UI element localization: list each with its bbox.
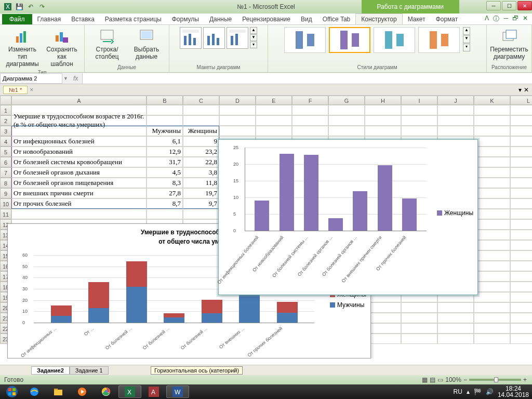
- col-header[interactable]: C: [183, 96, 219, 105]
- chart-bar[interactable]: [88, 308, 109, 323]
- cell[interactable]: [147, 105, 183, 115]
- col-header[interactable]: F: [292, 96, 328, 105]
- cell[interactable]: [510, 115, 532, 126]
- minimize-ribbon-icon[interactable]: ᐱ: [485, 15, 489, 23]
- cell[interactable]: [474, 230, 510, 240]
- tab-view[interactable]: Вид: [296, 14, 317, 24]
- taskbar-explorer[interactable]: [47, 385, 70, 398]
- cell[interactable]: [401, 115, 437, 126]
- cell[interactable]: [437, 323, 474, 334]
- col-header[interactable]: J: [437, 96, 474, 105]
- cell[interactable]: [11, 126, 147, 136]
- cell[interactable]: [147, 209, 183, 219]
- chart-bar[interactable]: [328, 218, 343, 231]
- zoom-slider[interactable]: [469, 379, 521, 381]
- cell[interactable]: [510, 188, 532, 198]
- help-icon[interactable]: ⓘ: [493, 15, 499, 23]
- chart-bar[interactable]: [202, 300, 222, 313]
- cell[interactable]: [401, 302, 437, 313]
- redo-icon[interactable]: ↷: [37, 2, 47, 11]
- cell[interactable]: 9,7: [183, 198, 219, 209]
- zoom-level[interactable]: 100%: [445, 376, 461, 383]
- cell[interactable]: [11, 209, 147, 219]
- tray-arrow-icon[interactable]: ▴: [467, 388, 470, 395]
- cell[interactable]: [474, 313, 510, 323]
- name-box-dropdown-icon[interactable]: ▼: [62, 76, 69, 81]
- cell[interactable]: [474, 271, 510, 282]
- cell[interactable]: [510, 302, 532, 313]
- chart-bar[interactable]: [51, 316, 72, 323]
- col-header[interactable]: G: [328, 96, 365, 105]
- tab-insert[interactable]: Вставка: [66, 14, 100, 24]
- cell[interactable]: [474, 157, 510, 167]
- sheet-tab-1[interactable]: Задание 1: [70, 366, 109, 375]
- cell[interactable]: [437, 115, 474, 126]
- chart-bar[interactable]: [255, 201, 269, 231]
- tab-formulas[interactable]: Формулы: [167, 14, 204, 24]
- chart-bar[interactable]: [239, 291, 260, 323]
- cell[interactable]: [474, 126, 510, 136]
- change-chart-type-button[interactable]: Изменить тип диаграммы: [4, 27, 41, 69]
- col-header[interactable]: K: [474, 96, 510, 105]
- cell[interactable]: [474, 250, 510, 261]
- cell[interactable]: Мужчины: [147, 126, 183, 136]
- cell[interactable]: [256, 115, 292, 126]
- cell[interactable]: 8,3: [147, 178, 183, 188]
- row-header[interactable]: 8: [0, 178, 11, 188]
- doc-dropdown-icon[interactable]: ▾: [518, 86, 522, 94]
- chart-bar[interactable]: [304, 155, 318, 231]
- chart-bar[interactable]: [402, 198, 417, 231]
- cell[interactable]: [510, 209, 532, 219]
- cell[interactable]: [510, 136, 532, 147]
- col-header[interactable]: I: [401, 96, 437, 105]
- tab-layout[interactable]: Макет: [403, 14, 431, 24]
- gallery-more-icon[interactable]: ▾: [250, 42, 257, 48]
- taskbar-word[interactable]: W: [166, 385, 189, 398]
- cell[interactable]: [219, 105, 256, 115]
- col-header[interactable]: B: [147, 96, 183, 105]
- switch-row-column-button[interactable]: Строка/столбец: [89, 27, 125, 61]
- view-break-icon[interactable]: ▭: [437, 376, 443, 383]
- cell[interactable]: [474, 136, 510, 147]
- layout-thumb-2[interactable]: [203, 27, 225, 49]
- cell[interactable]: [474, 334, 510, 344]
- tab-home[interactable]: Главная: [32, 14, 66, 24]
- cell[interactable]: 9: [183, 136, 219, 147]
- cell[interactable]: [510, 261, 532, 271]
- view-normal-icon[interactable]: ▦: [422, 376, 428, 383]
- cell[interactable]: [510, 198, 532, 209]
- doc-close-icon[interactable]: ✕: [524, 86, 529, 94]
- style-thumb-2[interactable]: [329, 27, 370, 53]
- cell[interactable]: [219, 115, 256, 126]
- cell[interactable]: 22,8: [183, 157, 219, 167]
- cell[interactable]: От инфекционных болезней: [11, 136, 147, 147]
- cell[interactable]: [510, 282, 532, 292]
- style-thumb-4[interactable]: [418, 27, 460, 53]
- doc-tab[interactable]: №1 *: [3, 86, 28, 94]
- move-chart-button[interactable]: Переместить диаграмму: [491, 27, 527, 61]
- cell[interactable]: [510, 323, 532, 334]
- cell[interactable]: [474, 188, 510, 198]
- cell[interactable]: [474, 292, 510, 302]
- name-box[interactable]: Диаграмма 2: [0, 73, 62, 84]
- row-header[interactable]: 1: [0, 105, 11, 115]
- tray-volume-icon[interactable]: 🔊: [486, 388, 494, 395]
- cell[interactable]: [474, 240, 510, 250]
- cell[interactable]: [328, 105, 365, 115]
- chart-women[interactable]: 0510152025От инфекционных болезнейОт нов…: [218, 139, 478, 295]
- taskbar-ie[interactable]: [23, 385, 46, 398]
- row-header[interactable]: 4: [0, 136, 11, 147]
- cell[interactable]: [474, 178, 510, 188]
- chart-bar[interactable]: [277, 302, 298, 313]
- row-header[interactable]: 7: [0, 167, 11, 178]
- row-header[interactable]: 2: [0, 115, 11, 126]
- cell[interactable]: [474, 167, 510, 178]
- save-icon[interactable]: 💾: [15, 2, 24, 11]
- maximize-button[interactable]: ☐: [502, 1, 516, 10]
- doc-minimize-icon[interactable]: ─: [503, 15, 508, 23]
- style-thumb-1[interactable]: [284, 27, 326, 53]
- cell[interactable]: [474, 261, 510, 271]
- cell[interactable]: [510, 240, 532, 250]
- chart-bar[interactable]: [277, 313, 298, 323]
- cell[interactable]: [437, 313, 474, 323]
